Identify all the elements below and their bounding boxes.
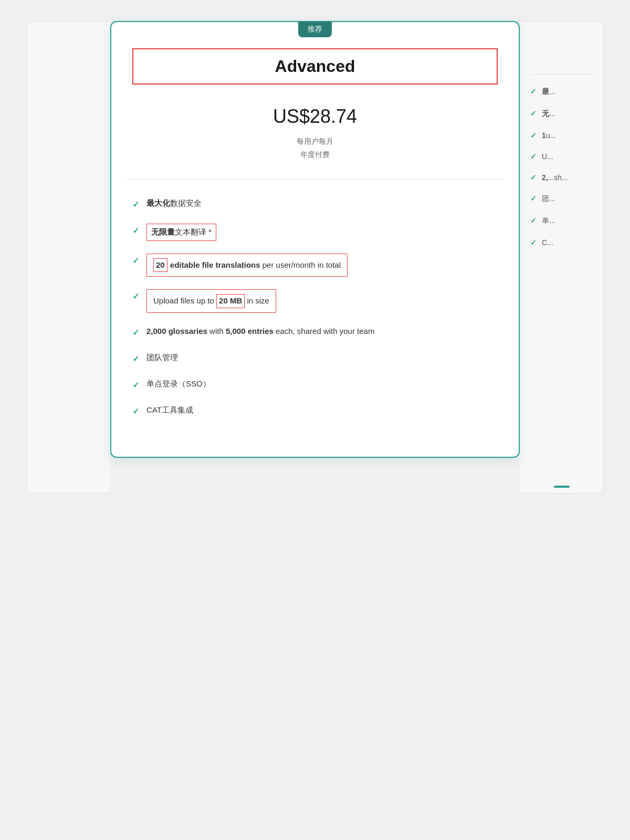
file-translations-highlight-box: 20 editable file translations per user/m… (146, 254, 348, 277)
side-feature-text: 1u... (542, 131, 593, 140)
right-feature-5: ✓ 2,...sh... (530, 173, 593, 182)
right-feature-4: ✓ U... (530, 152, 593, 161)
right-feature-2: ✓ 无... (530, 109, 593, 119)
right-ghost-card: ✓ 最... ✓ 无... ✓ 1u... (520, 21, 604, 494)
check-icon: ✓ (530, 109, 537, 118)
side-feature-text: 最... (542, 87, 593, 97)
side-feature-text: U... (542, 152, 593, 161)
feature-glossaries: ✓ 2,000 glossaries with 5,000 entries ea… (132, 326, 498, 339)
price-amount: US$28.74 (132, 106, 498, 128)
check-icon: ✓ (530, 173, 537, 182)
side-feature-text: 单... (542, 216, 593, 226)
check-icon: ✓ (132, 225, 139, 237)
feature-bold: 无限量 (151, 227, 175, 236)
side-feature-text: C... (542, 238, 593, 247)
feature-text: 20 editable file translations per user/m… (146, 254, 498, 277)
feature-text: 无限量文本翻译 * (146, 224, 498, 241)
side-feature-bold: 1 (542, 131, 546, 140)
check-icon: ✓ (530, 152, 537, 161)
feature-text: 团队管理 (146, 352, 498, 364)
billing-line2: 年度付费 (132, 148, 498, 161)
feature-text-translation: ✓ 无限量文本翻译 * (132, 224, 498, 241)
feature-text: 最大化数据安全 (146, 197, 498, 209)
feature-data-security: ✓ 最大化数据安全 (132, 197, 498, 211)
check-icon: ✓ (132, 379, 139, 392)
check-icon: ✓ (132, 353, 139, 365)
feature-text: CAT工具集成 (146, 404, 498, 416)
check-icon: ✓ (132, 290, 139, 303)
size-20mb: 20 MB (219, 296, 242, 305)
feature-upload-size: ✓ Upload files up to 20 MB in size (132, 289, 498, 313)
price-billing: 每用户每月 年度付费 (132, 135, 498, 161)
mb-highlight-box: 20 MB (216, 294, 245, 308)
feature-text: 2,000 glossaries with 5,000 entries each… (146, 326, 498, 338)
features-list: ✓ 最大化数据安全 ✓ 无限量文本翻译 * ✓ (111, 192, 519, 436)
feature-sso: ✓ 单点登录（SSO） (132, 378, 498, 392)
right-feature-7: ✓ 单... (530, 216, 593, 226)
feature-text: Upload files up to 20 MB in size (146, 289, 498, 313)
scroll-dot (554, 486, 570, 488)
side-divider (531, 74, 592, 75)
right-feature-6: ✓ 团... (530, 194, 593, 204)
check-icon: ✓ (132, 255, 139, 267)
scroll-indicator (520, 486, 603, 488)
side-feature-text: 2,...sh... (542, 173, 593, 182)
feature-file-translations: ✓ 20 editable file translations per user… (132, 254, 498, 277)
glossaries-count: 2,000 glossaries (146, 327, 207, 335)
check-icon: ✓ (530, 238, 537, 247)
check-icon: ✓ (132, 327, 139, 339)
plan-title: Advanced (144, 57, 486, 76)
plan-title-box: Advanced (132, 48, 498, 85)
upload-size-highlight-box: Upload files up to 20 MB in size (146, 289, 276, 313)
right-features-list: ✓ 最... ✓ 无... ✓ 1u... (526, 87, 597, 247)
side-feature-bold: 无 (542, 109, 549, 118)
side-feature-bold: 2, (542, 173, 548, 182)
recommended-badge: 推荐 (298, 22, 332, 37)
side-feature-bold: 最 (542, 87, 549, 96)
billing-line1: 每用户每月 (132, 135, 498, 148)
text-translation-highlight-box: 无限量文本翻译 * (146, 224, 216, 241)
right-feature-1: ✓ 最... (530, 87, 593, 97)
check-icon: ✓ (530, 131, 537, 140)
check-icon: ✓ (530, 87, 537, 96)
right-feature-8: ✓ C... (530, 238, 593, 247)
side-feature-text: 无... (542, 109, 593, 119)
feature-cat-tools: ✓ CAT工具集成 (132, 404, 498, 418)
number-highlight-box: 20 (153, 258, 167, 272)
badge-container: 推荐 (111, 22, 519, 37)
section-divider (127, 179, 503, 180)
left-ghost-card (26, 21, 110, 494)
check-icon: ✓ (530, 216, 537, 225)
check-icon: ✓ (132, 198, 139, 211)
entries-count: 5,000 entries (226, 327, 274, 335)
side-feature-text: 团... (542, 194, 593, 204)
check-icon: ✓ (530, 194, 537, 203)
number-20: 20 (156, 260, 165, 269)
feature-bold: 最大化 (146, 198, 170, 207)
advanced-plan-card: 推荐 Advanced US$28.74 每用户每月 年度付费 ✓ 最大化数据安… (110, 21, 520, 458)
feature-text: 单点登录（SSO） (146, 378, 498, 390)
check-icon: ✓ (132, 405, 139, 418)
feature-bold: editable file translations (168, 260, 260, 269)
pricing-cards-container: 推荐 Advanced US$28.74 每用户每月 年度付费 ✓ 最大化数据安… (26, 21, 604, 494)
feature-team-management: ✓ 团队管理 (132, 352, 498, 365)
right-feature-3: ✓ 1u... (530, 131, 593, 140)
price-section: US$28.74 每用户每月 年度付费 (111, 90, 519, 166)
